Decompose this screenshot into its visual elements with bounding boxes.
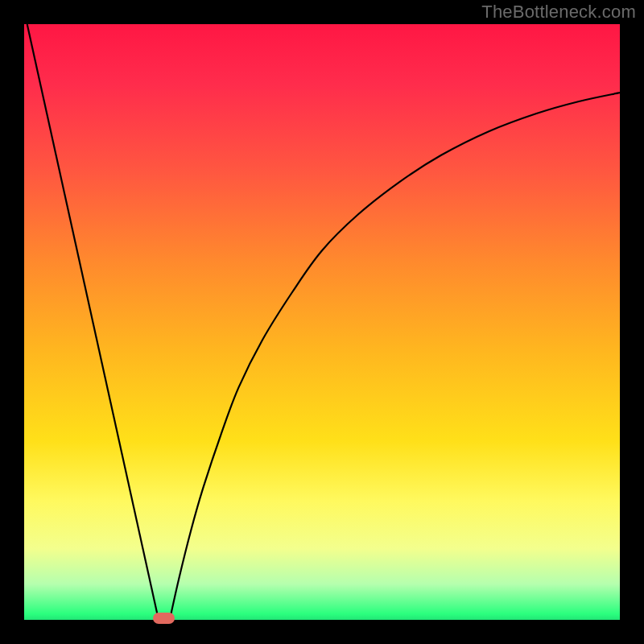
left-slope-line — [27, 24, 159, 618]
bottleneck-marker — [153, 613, 175, 624]
chart-plot-area — [24, 24, 620, 620]
right-curve-line — [170, 93, 620, 618]
watermark-text: TheBottleneck.com — [481, 2, 636, 23]
chart-curves — [24, 24, 620, 620]
